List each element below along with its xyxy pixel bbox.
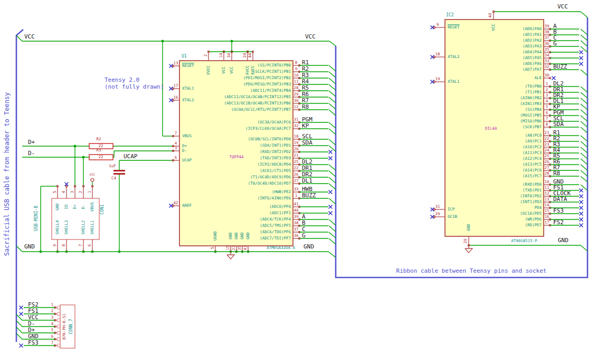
pin-name: OC1B — [448, 215, 457, 219]
pin-number: 3 — [546, 93, 548, 98]
pin-number: 17 — [173, 84, 178, 88]
pin-number: 37 — [293, 227, 298, 232]
bus-entry — [329, 226, 336, 232]
net-label: A — [302, 214, 306, 219]
gnd-symbol-icon — [227, 255, 234, 259]
connector-pin-circle — [57, 331, 60, 334]
schematic-canvas: Teensy 2.0 (not fully drawn) Sacrificial… — [0, 0, 597, 364]
pin-name: GND — [234, 232, 239, 240]
bus-entry — [329, 232, 336, 238]
c4-value: 1uF — [109, 164, 116, 168]
connector-pin-circle — [57, 338, 60, 341]
bus-entry — [329, 165, 336, 170]
pin-number: 13 — [544, 197, 549, 202]
pin-name: (WR)PD6 — [525, 217, 542, 222]
bus-entry — [581, 35, 587, 41]
bus-entry — [581, 87, 587, 92]
u1-package: TQFP44 — [229, 155, 243, 159]
pin-name: (MISO)PB6 — [520, 119, 542, 123]
ic2-value: AT90S8515-P — [511, 239, 537, 243]
pin-name: XTAL1 — [448, 80, 460, 84]
pin-number: 15 — [544, 209, 549, 213]
pin-name: (T1/OC4D/ADC9)PD6 — [250, 175, 291, 179]
pin-name: D- — [182, 149, 187, 153]
pin-number: 25 — [293, 160, 298, 164]
net-label: PGM — [302, 117, 312, 122]
pin-number: 8 — [295, 61, 298, 65]
pin-name: (ICP2/ADC8)PD4 — [258, 162, 291, 167]
pin-name: (ADC0)PF0 — [269, 205, 291, 209]
pin-name: (T1)PB1 — [525, 90, 542, 94]
bus-entry — [329, 78, 336, 84]
pin-number: 30 — [293, 99, 298, 103]
pin-name: (ICP3/CLK0/OC4A)PC7 — [245, 127, 291, 131]
junction-dot — [118, 251, 121, 253]
pin-number: 27 — [293, 179, 298, 183]
c4-plate — [113, 170, 125, 171]
pin-number: 3 — [51, 315, 54, 320]
bus-entry — [329, 65, 336, 71]
pin-number: 22 — [293, 166, 298, 170]
net-label-gnd-left: GND — [24, 244, 35, 250]
bus-entry — [329, 198, 336, 204]
pin-number: 16 — [173, 95, 178, 100]
c4-ref: C4 — [111, 176, 116, 180]
pin-name: (INT1)PD3 — [520, 200, 542, 204]
pin-name: (OC0B/SCL/INT0)PD0 — [248, 137, 291, 141]
bus-entry — [581, 141, 587, 147]
pin-number: 1 — [88, 191, 92, 194]
pin-number: 2 — [51, 309, 54, 313]
net-label: SDA — [302, 140, 312, 146]
pin-name: AREF — [182, 204, 192, 208]
pin-number: 36 — [293, 234, 298, 238]
pin-number: 9 — [295, 67, 298, 71]
net-label: G — [302, 233, 306, 238]
pin-number: 21 — [293, 154, 298, 158]
pin-number: 37 — [544, 36, 549, 40]
pin-number: 31 — [435, 205, 440, 209]
pin-number: 19 — [293, 141, 298, 145]
pin-name: VCC — [222, 66, 226, 74]
pin-name: (SCLK/PCINT1)PB1 — [253, 70, 291, 74]
pin-number: 11 — [293, 80, 298, 84]
net-label: BUZZ — [302, 193, 316, 198]
net-label-vcc-left: VCC — [24, 34, 35, 40]
bus-entry — [329, 122, 336, 128]
bus-entry — [329, 139, 336, 145]
pin-number: 2 — [546, 88, 548, 92]
pin-name: (OC3A/OC4A)PC6 — [258, 120, 291, 124]
pin-name: (XCK1/CTS)PD5 — [260, 169, 291, 173]
net-label: D- — [28, 321, 35, 327]
connector-pin-circle — [57, 344, 60, 347]
pin-number: 5 — [53, 191, 57, 194]
pin-name: ID — [64, 204, 69, 209]
pin-name: (AD6)PA6 — [523, 62, 542, 66]
pin-name: VCC — [230, 66, 234, 74]
pin-name: (A14)PC6 — [523, 168, 542, 173]
bus-entry — [581, 29, 587, 35]
pin-number: 1 — [295, 194, 298, 198]
pin-name: (AD3)PA3 — [523, 44, 542, 49]
pin-name: UCAP — [182, 158, 192, 162]
pin-number: 20 — [293, 147, 298, 151]
pin-number: 32 — [544, 65, 549, 69]
bus-entry — [329, 110, 336, 116]
pin-number: 2 — [79, 191, 83, 194]
bus-entry — [581, 136, 587, 141]
pin-name: AVCC — [245, 65, 250, 75]
wire — [581, 245, 587, 251]
pin-name: (A10)PC2 — [523, 145, 542, 149]
pin-name: (ADC5/TMS)PF5 — [260, 224, 291, 228]
pin-number: 39 — [544, 24, 549, 28]
pin-name: (SS)PB4 — [525, 108, 542, 112]
pin-name: GND — [55, 203, 60, 210]
pin-name: SHELL3 — [64, 220, 69, 234]
bus-entry — [581, 121, 587, 127]
pin-number: 4 — [175, 141, 177, 146]
pin-name: UVCC — [206, 65, 211, 75]
net-label-gnd-mid: GND — [304, 244, 314, 250]
pin-number: 6 — [175, 156, 177, 160]
pin-name: (ADC7/TDI)PF7 — [260, 236, 291, 241]
bus-entry — [329, 84, 336, 90]
pin-number: 29 — [435, 212, 440, 216]
